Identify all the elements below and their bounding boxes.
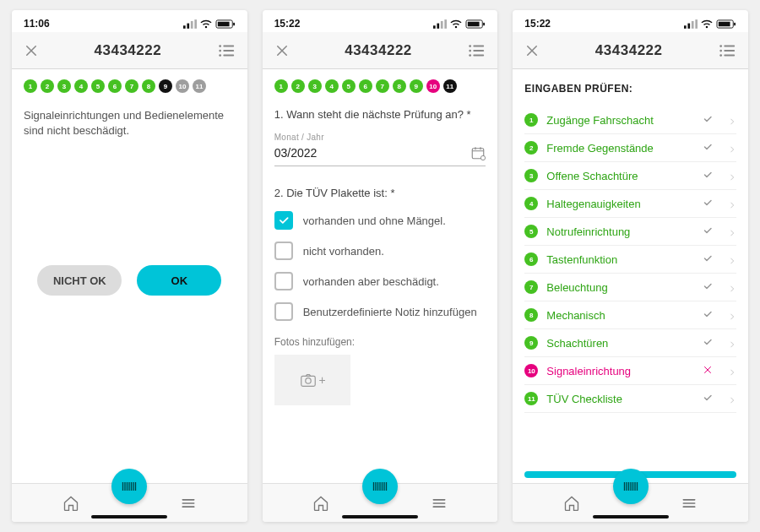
option-label: nicht vorhanden.: [303, 245, 384, 258]
review-row[interactable]: 4Haltegenauigkeiten: [524, 190, 736, 218]
step-dot[interactable]: 10: [176, 79, 189, 93]
content: EINGABEN PRÜFEN: 1Zugänge Fahrschacht2Fr…: [513, 69, 748, 483]
step-dot[interactable]: 3: [57, 79, 71, 93]
option-row[interactable]: nicht vorhanden.: [274, 242, 486, 260]
review-row[interactable]: 11TÜV Checkliste: [524, 385, 736, 413]
wifi-icon: [450, 19, 462, 29]
chevron-right-icon: [728, 199, 736, 208]
step-dot[interactable]: 6: [108, 79, 122, 93]
page-title: 43434222: [345, 42, 412, 59]
not-ok-button[interactable]: NICHT OK: [37, 265, 122, 296]
row-label: Notrufeinrichtung: [546, 225, 694, 238]
step-dot[interactable]: 1: [274, 79, 288, 93]
step-dot[interactable]: 7: [376, 79, 389, 93]
calendar-icon[interactable]: [470, 145, 486, 160]
scan-fab[interactable]: [362, 469, 398, 504]
wifi-icon: [200, 19, 212, 29]
check-icon: [703, 281, 714, 293]
close-icon[interactable]: [274, 43, 290, 58]
statusbar: 15:22: [263, 10, 498, 32]
home-indicator: [342, 515, 418, 518]
step-dot[interactable]: 8: [393, 79, 406, 93]
row-number-badge: 1: [524, 113, 538, 127]
step-dot[interactable]: 8: [142, 79, 155, 93]
step-dot[interactable]: 3: [308, 79, 322, 93]
screen-form: 15:22 43434222 1234567891011 1. Wann ste…: [263, 10, 498, 522]
scan-fab[interactable]: [613, 469, 649, 504]
step-dot[interactable]: 2: [291, 79, 305, 93]
home-indicator: [593, 515, 669, 518]
review-row[interactable]: 9Schachtüren: [524, 329, 736, 357]
step-dot[interactable]: 7: [125, 79, 138, 93]
review-row[interactable]: 8Mechanisch: [524, 301, 736, 329]
battery-icon: [215, 19, 236, 29]
check-icon: [703, 142, 714, 154]
check-icon: [703, 309, 714, 321]
scan-fab[interactable]: [111, 469, 147, 504]
cellular-icon: [183, 19, 197, 29]
row-number-badge: 11: [524, 392, 538, 405]
close-icon[interactable]: [524, 43, 540, 58]
step-indicator: 1234567891011: [24, 79, 236, 93]
app-header: 43434222: [12, 32, 247, 69]
step-dot[interactable]: 10: [426, 79, 440, 93]
review-row[interactable]: 1Zugänge Fahrschacht: [524, 106, 736, 134]
review-row[interactable]: 5Notrufeinrichtung: [524, 218, 736, 246]
step-dot[interactable]: 2: [41, 79, 54, 93]
step-dot[interactable]: 6: [359, 79, 372, 93]
menu-icon[interactable]: [180, 495, 197, 512]
date-value: 03/2022: [274, 146, 318, 160]
chevron-right-icon: [728, 144, 736, 152]
chevron-right-icon: [728, 366, 736, 375]
add-photo-button[interactable]: +: [274, 355, 350, 405]
check-icon: [703, 198, 714, 209]
ok-button[interactable]: OK: [137, 265, 221, 296]
home-icon[interactable]: [62, 495, 79, 512]
home-icon[interactable]: [563, 495, 580, 512]
date-input[interactable]: 03/2022: [274, 142, 486, 166]
option-row[interactable]: vorhanden aber beschädigt.: [274, 272, 486, 290]
checkbox[interactable]: [274, 302, 293, 321]
check-icon: [703, 225, 714, 237]
step-dot[interactable]: 4: [325, 79, 339, 93]
step-dot[interactable]: 11: [193, 79, 206, 93]
option-label: Benutzerdefinierte Notiz hinzufügen: [303, 306, 477, 318]
menu-icon[interactable]: [431, 495, 448, 512]
step-dot[interactable]: 11: [443, 79, 457, 93]
home-icon[interactable]: [312, 495, 329, 512]
row-number-badge: 3: [524, 169, 538, 182]
row-label: Mechanisch: [546, 309, 694, 322]
chevron-right-icon: [728, 171, 736, 180]
step-indicator: 1234567891011: [274, 79, 486, 93]
step-dot[interactable]: 5: [91, 79, 105, 93]
review-row[interactable]: 10Signaleinrichtung: [524, 357, 736, 385]
checkbox[interactable]: [274, 272, 293, 290]
overview-icon[interactable]: [718, 41, 736, 60]
overview-icon[interactable]: [217, 41, 236, 60]
checkbox[interactable]: [274, 211, 293, 230]
review-row[interactable]: 3Offene Schachtüre: [524, 162, 736, 190]
step-dot[interactable]: 9: [410, 79, 423, 93]
page-title: 43434222: [95, 42, 162, 59]
tab-bar: [513, 483, 748, 522]
photos-label: Fotos hinzufügen:: [274, 336, 486, 348]
review-row[interactable]: 6Tastenfunktion: [524, 246, 736, 274]
status-indicators: [684, 19, 736, 29]
step-dot[interactable]: 1: [24, 79, 37, 93]
option-row[interactable]: Benutzerdefinierte Notiz hinzufügen: [274, 302, 486, 321]
row-number-badge: 5: [524, 225, 538, 238]
checkbox[interactable]: [274, 242, 293, 260]
chevron-right-icon: [728, 394, 736, 403]
wifi-icon: [701, 19, 713, 29]
step-dot[interactable]: 9: [159, 79, 172, 93]
overview-icon[interactable]: [467, 41, 486, 60]
row-number-badge: 8: [524, 308, 538, 322]
close-icon[interactable]: [24, 43, 39, 58]
review-row[interactable]: 7Beleuchtung: [524, 274, 736, 301]
option-row[interactable]: vorhanden und ohne Mängel.: [274, 211, 486, 230]
screen-question: 11:06 43434222 1234567891011 Signaleinri…: [12, 10, 247, 522]
review-row[interactable]: 2Fremde Gegenstände: [524, 134, 736, 162]
menu-icon[interactable]: [681, 495, 698, 512]
step-dot[interactable]: 4: [74, 79, 88, 93]
step-dot[interactable]: 5: [342, 79, 356, 93]
